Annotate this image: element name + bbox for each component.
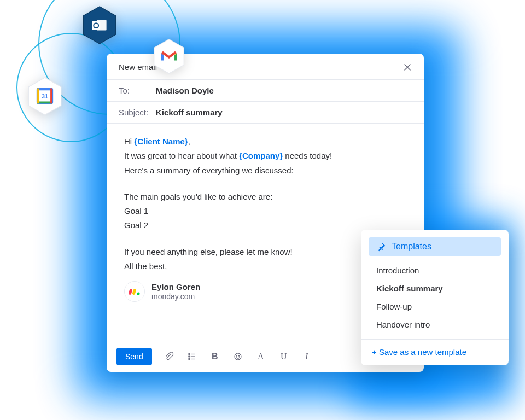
google-calendar-badge: 31: [27, 77, 62, 116]
to-row[interactable]: To: Madison Doyle: [107, 79, 424, 101]
outlook-badge: [82, 5, 117, 45]
templates-list: IntroductionKickoff summaryFollow-upHand…: [361, 261, 509, 334]
to-label: To:: [119, 86, 150, 95]
template-item[interactable]: Kickoff summary: [361, 279, 509, 298]
italic-icon[interactable]: I: [301, 351, 313, 363]
subject-label: Subject:: [119, 108, 150, 117]
text: It was great to hear about what: [124, 151, 239, 160]
svg-rect-12: [132, 288, 136, 295]
compose-title: New email: [119, 62, 157, 72]
template-item[interactable]: Handover intro: [361, 316, 509, 334]
bold-icon[interactable]: B: [209, 351, 221, 363]
emoji-icon[interactable]: [232, 351, 244, 363]
bullet-list-icon[interactable]: [186, 351, 198, 363]
close-icon[interactable]: [403, 63, 412, 72]
body-line: The main goals you'd like to achieve are…: [124, 190, 406, 204]
templates-header[interactable]: Templates: [369, 237, 501, 256]
pin-icon: [376, 242, 386, 252]
placeholder-company: {Company}: [239, 151, 283, 160]
to-value: Madison Doyle: [156, 86, 214, 95]
text-color-icon[interactable]: A: [255, 351, 267, 363]
body-line: Hi {Client Name},: [124, 135, 406, 149]
signature-org: monday.com: [151, 292, 200, 301]
svg-rect-7: [37, 101, 52, 103]
svg-point-13: [137, 292, 139, 295]
templates-title: Templates: [392, 242, 431, 252]
templates-panel: Templates IntroductionKickoff summaryFol…: [361, 230, 509, 365]
svg-point-20: [235, 353, 241, 360]
attachment-icon[interactable]: [163, 351, 175, 363]
send-button[interactable]: Send: [116, 348, 152, 365]
body-line: Goal 1: [124, 204, 406, 218]
calendar-day-text: 31: [42, 93, 48, 100]
svg-point-14: [188, 353, 189, 354]
save-template-link[interactable]: + Save as a new template: [361, 339, 509, 365]
body-line: It was great to hear about what {Company…: [124, 149, 406, 163]
subject-value: Kickoff summary: [156, 108, 223, 117]
gmail-badge: [153, 38, 185, 74]
text: ,: [188, 137, 190, 146]
template-item[interactable]: Introduction: [361, 261, 509, 279]
body-line: Here's a summary of everything we discus…: [124, 164, 406, 178]
signature-name: Eylon Goren: [151, 282, 200, 292]
subject-row[interactable]: Subject: Kickoff summary: [107, 101, 424, 124]
svg-point-18: [188, 358, 189, 359]
svg-point-22: [238, 355, 240, 357]
underline-icon[interactable]: U: [278, 351, 290, 363]
svg-point-21: [236, 355, 237, 357]
svg-rect-9: [50, 88, 52, 103]
svg-rect-8: [37, 88, 39, 103]
template-item[interactable]: Follow-up: [361, 298, 509, 316]
svg-point-16: [188, 356, 189, 357]
monday-logo-icon: [124, 281, 145, 302]
text: needs today!: [283, 151, 332, 160]
text: Hi: [124, 137, 134, 146]
placeholder-client-name: {Client Name}: [134, 137, 188, 146]
svg-rect-6: [37, 88, 52, 90]
svg-rect-11: [128, 288, 132, 295]
